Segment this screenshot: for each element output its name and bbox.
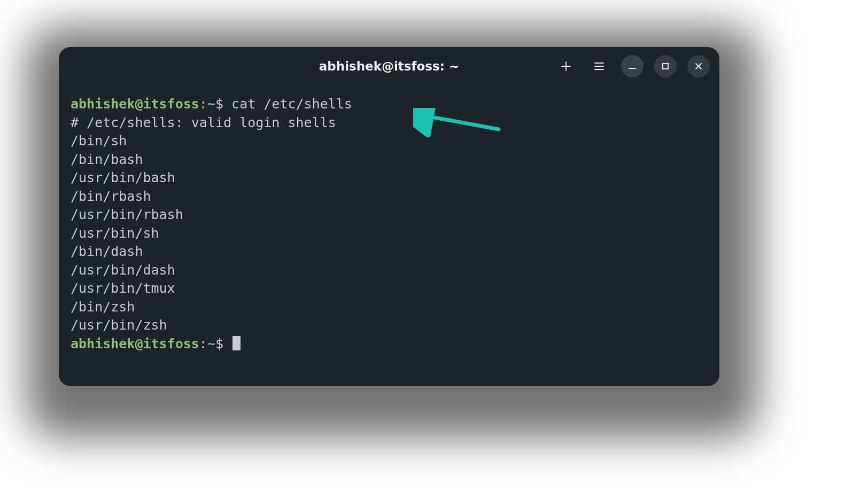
close-button[interactable] (687, 55, 710, 77)
minimize-button[interactable] (621, 55, 644, 77)
terminal-body[interactable]: abhishek@itsfoss:~$ cat /etc/shells # /e… (59, 85, 719, 364)
window-title: abhishek@itsfoss: ~ (319, 59, 459, 73)
command-text: cat /etc/shells (231, 96, 352, 112)
window-controls (555, 47, 710, 85)
minimize-icon (627, 61, 637, 71)
output-line: /usr/bin/rbash (71, 207, 183, 222)
close-icon (694, 62, 703, 71)
maximize-button[interactable] (654, 55, 677, 77)
titlebar: abhishek@itsfoss: ~ (59, 47, 719, 85)
prompt-colon: : (199, 96, 207, 112)
prompt-symbol: $ (215, 336, 223, 351)
prompt-user-host: abhishek@itsfoss (71, 336, 199, 351)
output-line: /usr/bin/bash (71, 170, 175, 185)
plus-icon (560, 60, 572, 72)
output-line: /usr/bin/dash (71, 262, 175, 278)
output-line: /usr/bin/zsh (71, 317, 167, 333)
output-line: /bin/sh (71, 133, 127, 149)
prompt-colon: : (199, 336, 207, 351)
output-line: /bin/rbash (71, 189, 151, 204)
cursor (232, 336, 241, 350)
output-line: /bin/zsh (71, 299, 135, 315)
new-tab-button[interactable] (555, 55, 577, 77)
prompt-path: ~ (207, 96, 215, 112)
prompt-symbol: $ (215, 96, 223, 112)
output-line: /bin/dash (71, 244, 143, 259)
svg-rect-6 (663, 64, 668, 69)
output-line: /usr/bin/tmux (71, 280, 175, 296)
prompt-path: ~ (207, 336, 215, 351)
hamburger-icon (593, 60, 605, 72)
hamburger-menu-button[interactable] (588, 55, 610, 77)
output-line: # /etc/shells: valid login shells (71, 115, 336, 130)
terminal-window: abhishek@itsfoss: ~ (59, 47, 719, 386)
output-line: /usr/bin/sh (71, 225, 159, 241)
maximize-icon (661, 62, 670, 71)
prompt-user-host: abhishek@itsfoss (71, 96, 199, 112)
output-line: /bin/bash (71, 152, 143, 167)
